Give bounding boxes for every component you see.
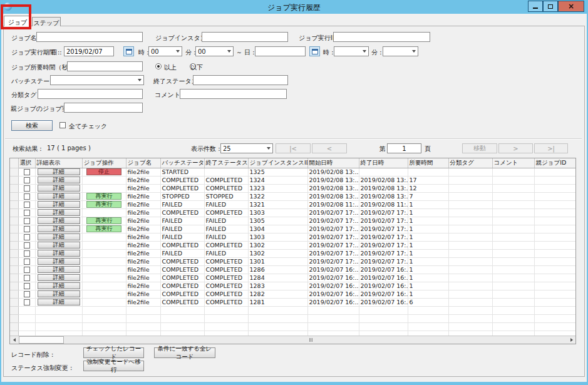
detail-button[interactable]: 詳細 [38, 201, 80, 208]
column-header[interactable]: ジョブ名 [126, 158, 160, 168]
rerun-button[interactable]: 再実行 [86, 201, 121, 208]
tab-step[interactable]: ステップ [32, 17, 61, 26]
rerun-button[interactable]: 再実行 [86, 193, 121, 200]
detail-button[interactable]: 詳細 [38, 168, 80, 175]
scrollbar-thumb[interactable] [19, 336, 64, 344]
detail-button[interactable]: 詳細 [38, 217, 80, 224]
hour-from-select[interactable]: 00 [148, 46, 182, 56]
row-select-checkbox[interactable] [24, 250, 30, 257]
hour-to-select[interactable] [334, 46, 369, 56]
check-all-checkbox[interactable] [59, 122, 66, 128]
detail-button[interactable]: 詳細 [38, 274, 80, 281]
row-select-checkbox[interactable] [24, 185, 30, 192]
scroll-right-icon[interactable] [567, 336, 575, 344]
detail-button[interactable]: 詳細 [38, 193, 80, 200]
date-to-input[interactable] [255, 46, 306, 56]
row-select-checkbox[interactable] [24, 218, 30, 224]
column-header[interactable]: 所要時間 [408, 158, 448, 168]
row-select-checkbox[interactable] [24, 242, 30, 249]
detail-button[interactable]: 詳細 [38, 185, 80, 192]
force-mode-button[interactable]: 強制変更モードへ移行 [83, 361, 144, 371]
detail-button[interactable]: 詳細 [38, 234, 80, 240]
row-select-checkbox[interactable] [24, 202, 30, 208]
batch-status-select[interactable] [50, 75, 144, 85]
row-select-checkbox[interactable] [24, 275, 30, 281]
job-name-input[interactable] [36, 32, 143, 42]
detail-button[interactable]: 詳細 [38, 209, 80, 216]
prev-page-button[interactable]: < [312, 143, 347, 153]
parent-job-id-cell [534, 208, 575, 217]
detail-button[interactable]: 詳細 [38, 258, 80, 265]
row-select-checkbox[interactable] [24, 299, 30, 305]
ge-radio[interactable] [155, 63, 162, 69]
column-header[interactable]: 開始日時 [307, 158, 359, 168]
column-header[interactable]: ジョブ操作 [82, 158, 126, 168]
first-page-button[interactable]: |< [276, 143, 311, 153]
parent-exec-id-input[interactable] [64, 103, 143, 113]
calendar-from-button[interactable] [123, 46, 134, 56]
duration-cell: 1 [408, 217, 448, 225]
row-select-checkbox[interactable] [24, 177, 30, 183]
minimize-button[interactable] [528, 1, 543, 12]
detail-button[interactable]: 詳細 [38, 282, 80, 289]
start-datetime-cell: 2019/02/07 17:... [307, 233, 359, 241]
batch-status-cell: COMPLETED [160, 290, 204, 298]
next-page-button[interactable]: > [498, 143, 533, 153]
detail-button[interactable]: 詳細 [38, 225, 80, 232]
page-number-input[interactable] [387, 143, 421, 153]
tag-input[interactable] [38, 89, 143, 99]
date-from-input[interactable] [64, 46, 114, 56]
delete-checked-button[interactable]: チェックしたレコード [83, 347, 144, 358]
row-select-checkbox[interactable] [24, 193, 30, 200]
row-header-cell [10, 322, 18, 331]
job-exec-id-input[interactable] [333, 32, 430, 42]
column-header[interactable]: 親ジョブID [534, 158, 575, 168]
row-select-checkbox[interactable] [24, 259, 30, 265]
column-header[interactable]: 詳細表示 [35, 158, 82, 168]
batch-status-cell: COMPLETED [160, 265, 204, 274]
rerun-button[interactable]: 再実行 [86, 225, 121, 232]
select-cell [18, 249, 35, 257]
row-select-checkbox[interactable] [24, 210, 30, 216]
delete-all-matching-button[interactable]: 条件に一致する全レコード [154, 347, 215, 358]
row-select-checkbox[interactable] [24, 283, 30, 289]
detail-button[interactable]: 詳細 [38, 250, 80, 257]
page-size-select[interactable]: 25 [220, 143, 273, 153]
stop-button[interactable]: 停止 [86, 168, 121, 175]
last-page-button[interactable]: >| [534, 143, 568, 153]
minute-from-select[interactable]: 00 [195, 46, 234, 56]
column-header[interactable]: ジョブインスタンスID [248, 158, 307, 168]
row-select-checkbox[interactable] [24, 169, 30, 175]
column-header[interactable]: 選択 [18, 158, 35, 168]
separator [5, 138, 582, 140]
detail-button[interactable]: 詳細 [38, 242, 80, 249]
detail-button[interactable]: 詳細 [38, 266, 80, 273]
maximize-button[interactable] [543, 1, 558, 12]
row-select-checkbox[interactable] [24, 267, 30, 273]
column-header[interactable]: 終了日時 [359, 158, 408, 168]
detail-button[interactable]: 詳細 [38, 299, 80, 305]
column-header[interactable]: 分類タグ [448, 158, 492, 168]
comment-input[interactable] [180, 89, 287, 99]
duration-input[interactable] [67, 61, 143, 71]
exit-status-input[interactable] [193, 75, 288, 85]
row-select-checkbox[interactable] [24, 291, 30, 297]
row-select-checkbox[interactable] [24, 234, 30, 240]
row-select-checkbox[interactable] [24, 226, 30, 232]
job-instance-id-input[interactable] [202, 32, 288, 42]
horizontal-scrollbar[interactable] [10, 336, 575, 344]
column-header[interactable]: バッチステータス [160, 158, 204, 168]
close-button[interactable]: × [558, 1, 584, 12]
detail-button[interactable]: 詳細 [38, 177, 80, 183]
scroll-left-icon[interactable] [10, 336, 18, 344]
minute-to-select[interactable] [383, 46, 418, 56]
rerun-button[interactable]: 再実行 [86, 217, 121, 224]
column-header[interactable]: 終了ステータス [204, 158, 248, 168]
calendar-to-button[interactable] [309, 46, 320, 56]
search-button[interactable]: 検索 [11, 120, 53, 131]
move-page-button[interactable]: 移動 [462, 143, 497, 153]
detail-button[interactable]: 詳細 [38, 290, 80, 297]
tab-job[interactable]: ジョブ [4, 16, 31, 26]
column-header[interactable]: コメント [492, 158, 534, 168]
select-cell [18, 282, 35, 290]
